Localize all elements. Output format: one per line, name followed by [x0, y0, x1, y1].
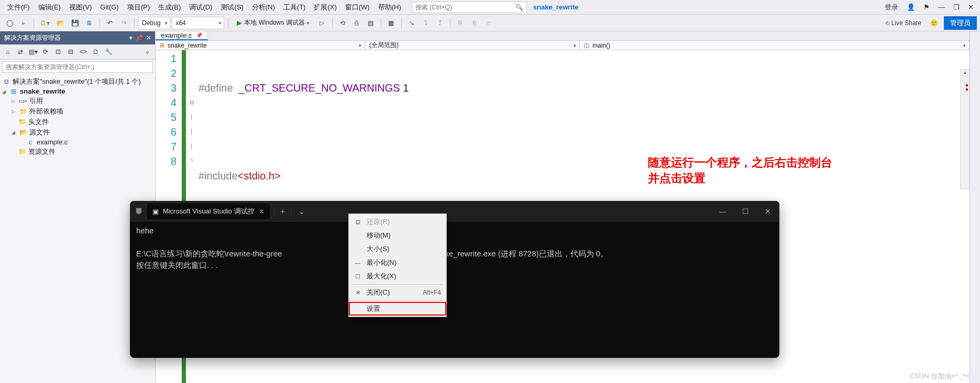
sources-node[interactable]: ◢📂源文件 — [2, 127, 153, 138]
nav-bar: ⊞snake_rewrite (全局范围) ◫main() — [156, 41, 970, 50]
login-button[interactable]: 登录 — [882, 1, 901, 14]
tab-example-c[interactable]: example.c 📌 — [156, 31, 208, 40]
close-icon[interactable]: ✕ — [146, 35, 151, 41]
file-example-c[interactable]: cexample.c — [2, 138, 153, 147]
ctx-move[interactable]: 移动(M) — [349, 229, 446, 242]
show-all-icon[interactable]: ⊡ — [52, 46, 64, 58]
notification-flag-icon[interactable]: ⚑ — [920, 1, 933, 13]
window-minimize[interactable]: — — [935, 1, 948, 13]
solution-icon: ⧉ — [2, 78, 10, 85]
tb-icon[interactable]: ▦ — [385, 17, 398, 29]
watermark: CSDN @加油=^_^= — [910, 371, 970, 381]
folder-icon: 📁 — [19, 108, 27, 115]
switch-view-icon[interactable]: ⇄ — [15, 46, 26, 58]
ctx-settings[interactable]: 设置 — [349, 302, 446, 316]
home-icon[interactable]: ⌂ — [2, 46, 14, 58]
external-deps-node[interactable]: ▷📁外部依赖项 — [2, 106, 153, 117]
redo-button[interactable]: ↷ — [118, 17, 130, 29]
feedback-icon[interactable]: 🙂 — [928, 17, 941, 29]
menu-window[interactable]: 窗口(W) — [341, 1, 374, 14]
project-icon: ⊞ — [9, 88, 18, 95]
right-docked-tabs[interactable] — [970, 31, 980, 383]
step-into-icon[interactable]: ↘ — [405, 17, 418, 29]
menu-test[interactable]: 测试(S) — [216, 1, 247, 14]
properties-icon[interactable]: 🗋 — [90, 46, 102, 58]
start-nodebug-button[interactable]: ▷ — [316, 17, 328, 29]
nav-fwd-button[interactable]: ▸ — [17, 17, 30, 29]
headers-node[interactable]: 📁头文件 — [2, 117, 153, 127]
menu-file[interactable]: 文件(F) — [3, 1, 34, 14]
tb-icon[interactable]: ⎘ — [454, 17, 467, 29]
terminal-tab[interactable]: ▣ Microsoft Visual Studio 调试控 ✕ — [147, 204, 270, 219]
nav-project-combo[interactable]: ⊞snake_rewrite — [156, 41, 365, 50]
menu-analyze[interactable]: 分析(N) — [248, 1, 279, 14]
new-project-button[interactable]: 🗋▾ — [38, 17, 52, 29]
menu-debug[interactable]: 调试(D) — [185, 1, 216, 14]
tab-dropdown-icon[interactable]: ⌄ — [295, 207, 309, 216]
toolbar-sep — [332, 18, 333, 28]
save-button[interactable]: 💾 — [69, 17, 82, 29]
solution-search[interactable] — [2, 61, 153, 73]
menu-project[interactable]: 项目(P) — [123, 1, 154, 14]
tb-icon[interactable]: ▤ — [365, 17, 377, 29]
menu-edit[interactable]: 编辑(E) — [34, 1, 65, 14]
solution-search-input[interactable] — [3, 62, 152, 72]
pin-icon[interactable]: 📌 — [136, 35, 143, 41]
menu-view[interactable]: 视图(V) — [65, 1, 96, 14]
more-icon[interactable]: ⟐ — [141, 46, 153, 58]
menu-tools[interactable]: 工具(T) — [279, 1, 310, 14]
window-restore[interactable]: ❐ — [950, 1, 963, 13]
ctx-size[interactable]: 大小(S) — [349, 242, 446, 256]
config-combo[interactable]: Debug — [138, 17, 170, 29]
nav-scope-combo[interactable]: (全局范围) — [365, 41, 580, 50]
platform-combo[interactable]: x64 — [172, 17, 224, 29]
quick-search-input[interactable] — [415, 4, 515, 11]
terminal-body[interactable]: hehe E:\C语言练习\新的贪吃蛇\rewrite-the-greeite\… — [130, 222, 779, 274]
window-minimize[interactable]: — — [716, 205, 730, 218]
editor-scrollbar[interactable]: ▴ — [960, 69, 970, 189]
collapse-toggle[interactable]: ⊟ — [188, 95, 195, 110]
menu-git[interactable]: Git(G) — [96, 1, 123, 13]
step-over-icon[interactable]: ⤵ — [420, 17, 432, 29]
tb-icon[interactable]: ⎗ — [468, 17, 481, 29]
nav-member-combo[interactable]: ◫main() — [580, 41, 970, 50]
user-icon[interactable]: 👤 — [904, 1, 918, 13]
context-menu: ⊡还原(R) 移动(M) 大小(S) —最小化(N) ☐最大化(X) ✕关闭(C… — [348, 213, 447, 317]
solution-explorer-title: 解决方案资源管理器 — [4, 33, 61, 42]
resources-node[interactable]: 📁资源文件 — [2, 147, 153, 157]
start-debug-button[interactable]: ▶ 本地 Windows 调试器 ▾ — [232, 17, 314, 29]
live-share-button[interactable]: ⎋Live Share — [883, 19, 924, 27]
tb-icon[interactable]: ⎙ — [350, 17, 363, 29]
wrench-icon[interactable]: 🔧 — [103, 46, 114, 58]
close-tab-icon[interactable]: ✕ — [259, 208, 265, 216]
window-close[interactable]: ✕ — [762, 205, 774, 218]
undo-button[interactable]: ↶ — [104, 17, 116, 29]
open-button[interactable]: 📂 — [54, 17, 67, 29]
quick-search[interactable]: 🔍 — [412, 2, 527, 13]
folder-open-icon: 📂 — [19, 129, 27, 136]
new-tab-button[interactable]: ＋ — [274, 207, 291, 217]
project-node[interactable]: ◢⊞snake_rewrite — [2, 87, 153, 96]
tb-icon[interactable]: ⏍ — [482, 17, 495, 29]
menu-help[interactable]: 帮助(H) — [374, 1, 405, 14]
menu-extensions[interactable]: 扩展(X) — [310, 1, 340, 14]
code-icon[interactable]: <> — [78, 46, 89, 58]
shield-icon: ⛊ — [135, 207, 143, 216]
filter-icon[interactable]: ▤▾ — [27, 46, 39, 58]
ctx-maximize[interactable]: ☐最大化(X) — [349, 269, 446, 283]
collapse-icon[interactable]: ⊟ — [65, 46, 76, 58]
pin-icon[interactable]: 📌 — [196, 32, 202, 38]
save-all-button[interactable]: 🗎 — [83, 17, 96, 29]
step-out-icon[interactable]: ⤴ — [434, 17, 446, 29]
window-close[interactable]: ✕ — [965, 1, 977, 13]
tb-icon[interactable]: ⟲ — [336, 17, 349, 29]
sync-icon[interactable]: ⟳ — [40, 46, 51, 58]
references-node[interactable]: ▷▭▫引用 — [2, 96, 153, 106]
ctx-close[interactable]: ✕关闭(C)Alt+F4 — [349, 286, 446, 299]
dropdown-icon[interactable]: ▾ — [129, 35, 133, 41]
menu-build[interactable]: 生成(B) — [154, 1, 185, 14]
solution-node[interactable]: ⧉解决方案"snake_rewrite"(1 个项目/共 1 个) — [2, 76, 153, 87]
ctx-minimize[interactable]: —最小化(N) — [349, 256, 446, 269]
nav-back-button[interactable]: ◯ — [3, 17, 16, 29]
window-maximize[interactable]: ☐ — [739, 205, 752, 218]
